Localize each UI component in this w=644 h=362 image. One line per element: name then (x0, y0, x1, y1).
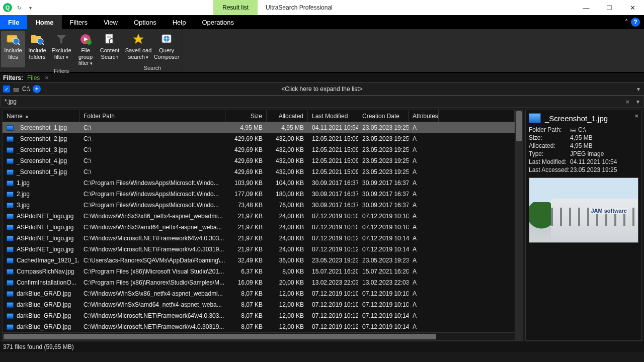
table-row[interactable]: _Screenshot_2.jpgC:\429,69 KB432,00 KB12… (3, 133, 515, 144)
include-folders-button[interactable]: Include folders (25, 31, 49, 67)
col-size[interactable]: Size (225, 110, 267, 122)
table-row[interactable]: darkBlue_GRAD.jpgC:\Windows\WinSxS\amd64… (3, 299, 515, 310)
table-row[interactable]: darkBlue_GRAD.jpgC:\Windows\Microsoft.NE… (3, 310, 515, 321)
filegroup-icon (77, 32, 94, 46)
preview-type-k: Type: (529, 150, 570, 157)
col-allocated[interactable]: Allocated (267, 110, 308, 122)
table-row[interactable]: ASPdotNET_logo.jpgC:\Windows\WinSxS\x86_… (3, 211, 515, 222)
menu-filters[interactable]: Filters (62, 15, 96, 29)
menu-operations[interactable]: Operations (194, 15, 242, 29)
col-name[interactable]: Name▲ (3, 110, 79, 122)
image-file-icon (7, 225, 14, 230)
table-row[interactable]: CachedImage_1920_1...C:\Users\acs-Ranore… (3, 255, 515, 266)
collapse-ribbon-icon[interactable]: ˄ (625, 19, 628, 26)
cell-alloc: 12,00 KB (267, 321, 308, 332)
cell-mod: 12.05.2021 15:09 (308, 166, 358, 177)
pathbar-crumb[interactable]: Files (27, 74, 40, 81)
expand-hint[interactable]: <Click here to expand the list> (281, 85, 362, 93)
cell-alloc: 432,00 KB (267, 133, 308, 144)
preview-type-v: JPEG image (570, 150, 638, 157)
col-attributes[interactable]: Attributes (409, 110, 439, 122)
drive-icon: 🖴 (570, 126, 576, 133)
cell-size: 103,90 KB (225, 177, 267, 189)
preview-folder-v: C:\ (578, 126, 586, 133)
cell-attr: A (409, 266, 439, 277)
menu-home[interactable]: Home (27, 15, 61, 29)
menu-file[interactable]: File (0, 15, 27, 29)
cell-alloc: 24,00 KB (267, 233, 308, 244)
drives-bar[interactable]: ✓ 🖴 C:\ + <Click here to expand the list… (0, 82, 644, 96)
table-row[interactable]: ASPdotNET_logo.jpgC:\Windows\Microsoft.N… (3, 233, 515, 244)
search-dropdown-icon[interactable]: ▼ (632, 99, 643, 105)
save-load-search-button[interactable]: Save/Load search (124, 31, 152, 64)
file-group-filter-button[interactable]: File group filter (73, 31, 98, 67)
content-search-button[interactable]: Content Search (98, 31, 122, 67)
pathbar-close-icon[interactable]: × (45, 74, 49, 81)
folders-icon (29, 32, 45, 46)
maximize-button[interactable]: ☐ (598, 0, 621, 15)
col-last-modified[interactable]: Last Modified (308, 110, 358, 122)
clear-search-icon[interactable]: × (623, 98, 633, 106)
preview-filename: _Screenshot_1.jpg (545, 114, 608, 123)
table-row[interactable]: darkBlue_GRAD.jpgC:\Windows\Microsoft.NE… (3, 321, 515, 332)
vertical-scrollbar[interactable] (515, 110, 523, 340)
preview-alloc-v: 4,95 MB (570, 142, 638, 149)
cell-size: 429,69 KB (225, 155, 267, 166)
cell-cre: 07.12.2019 10:14 (358, 244, 409, 255)
table-row[interactable]: 2.jpgC:\Program Files\WindowsApps\Micros… (3, 189, 515, 200)
cell-alloc: 180,00 KB (267, 189, 308, 200)
qat-dropdown-icon[interactable]: ▾ (26, 4, 34, 12)
cell-alloc: 24,00 KB (267, 244, 308, 255)
cell-size: 21,97 KB (225, 233, 267, 244)
exclude-filter-button[interactable]: Exclude filter (49, 31, 73, 67)
col-creation-date[interactable]: Creation Date (358, 110, 409, 122)
search-input[interactable] (1, 98, 623, 105)
table-row[interactable]: darkBlue_GRAD.jpgC:\Windows\WinSxS\x86_n… (3, 288, 515, 299)
cell-mod: 12.05.2021 15:09 (308, 133, 358, 144)
col-path[interactable]: Folder Path (79, 110, 225, 122)
preview-close-icon[interactable]: × (634, 112, 638, 120)
minimize-button[interactable]: — (575, 0, 598, 15)
expand-chevron-icon[interactable]: ▼ (636, 86, 641, 92)
close-button[interactable]: ✕ (621, 0, 644, 15)
qat-redo-icon[interactable]: ↻ (15, 4, 23, 12)
preview-size-k: Size: (529, 134, 570, 141)
cell-path: C:\ (79, 166, 225, 177)
funnel-icon (53, 32, 69, 46)
image-file-icon (7, 269, 14, 275)
table-row[interactable]: _Screenshot_4.jpgC:\429,69 KB432,00 KB12… (3, 155, 515, 166)
table-row[interactable]: _Screenshot_5.jpgC:\429,69 KB432,00 KB12… (3, 166, 515, 177)
preview-pane: × _Screenshot_1.jpg Folder Path:🖴C:\ Siz… (525, 110, 642, 341)
query-composer-button[interactable]: Query Composer (152, 31, 181, 64)
table-row[interactable]: ConfirmInstallationO...C:\Program Files … (3, 277, 515, 288)
content-search-label: Content Search (99, 47, 121, 60)
image-file-icon (7, 324, 14, 330)
table-row[interactable]: 1.jpgC:\Program Files\WindowsApps\Micros… (3, 177, 515, 189)
menu-help[interactable]: Help (165, 15, 194, 29)
cell-attr: A (409, 288, 439, 299)
cell-path: C:\Windows\WinSxS\x86_netfx4-aspnet_weba… (79, 288, 225, 299)
file-group-label: File group filter (74, 47, 97, 66)
cell-path: C:\Windows\Microsoft.NET\Framework64\v4.… (79, 310, 225, 321)
preview-folder-k: Folder Path: (529, 126, 570, 133)
cell-cre: 07.12.2019 10:14 (358, 233, 409, 244)
drive-checkbox[interactable]: ✓ (3, 85, 10, 93)
menu-view[interactable]: View (96, 15, 126, 29)
include-files-button[interactable]: Include files (1, 31, 25, 67)
table-row[interactable]: _Screenshot_3.jpgC:\429,69 KB432,00 KB12… (3, 144, 515, 155)
cell-attr: A (409, 166, 439, 177)
horizontal-scrollbar[interactable] (3, 333, 507, 340)
image-file-icon (7, 180, 14, 186)
table-row[interactable]: ASPdotNET_logo.jpgC:\Windows\Microsoft.N… (3, 244, 515, 255)
table-row[interactable]: ASPdotNET_logo.jpgC:\Windows\WinSxS\amd6… (3, 222, 515, 233)
table-row[interactable]: _Screenshot_1.jpgC:\4,95 MB4,95 MB04.11.… (3, 122, 515, 133)
menu-options[interactable]: Options (126, 15, 165, 29)
table-row[interactable]: CompassRichNav.jpgC:\Program Files (x86)… (3, 266, 515, 277)
cell-cre: 30.09.2017 16:37 (358, 189, 409, 200)
cell-alloc: 20,00 KB (267, 277, 308, 288)
add-drive-button[interactable]: + (33, 85, 41, 93)
help-icon[interactable]: ? (631, 18, 640, 27)
cell-path: C:\Windows\Microsoft.NET\Framework\v4.0.… (79, 321, 225, 332)
cell-mod: 07.12.2019 10:12 (308, 233, 358, 244)
table-row[interactable]: 3.jpgC:\Program Files\WindowsApps\Micros… (3, 200, 515, 211)
